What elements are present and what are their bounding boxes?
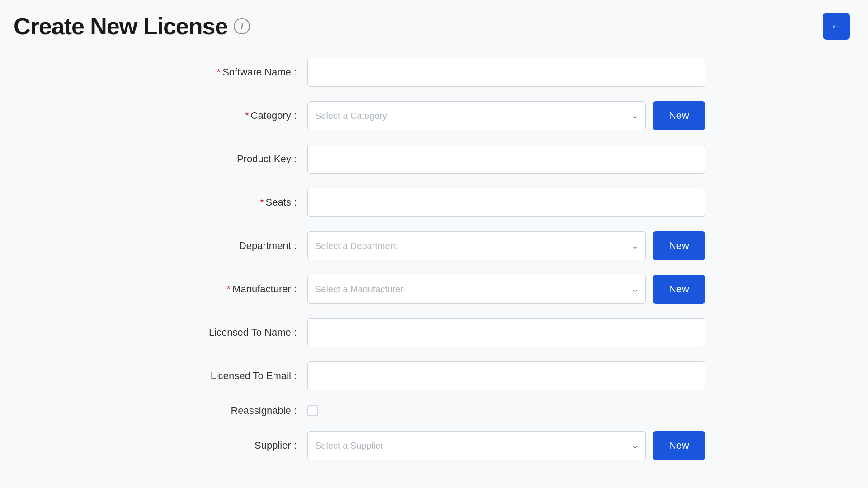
product-key-label: Product Key : [163, 153, 307, 165]
form-container: *Software Name : *Category : Select a Ca… [72, 49, 796, 488]
department-new-button[interactable]: New [653, 231, 705, 260]
department-label: Department : [163, 240, 307, 252]
seats-number-wrapper [307, 188, 705, 217]
reassignable-row: Reassignable : [163, 405, 705, 417]
supplier-row: Supplier : Select a Supplier ⌄ New [163, 431, 705, 460]
licensed-to-name-row: Licensed To Name : [163, 318, 705, 347]
page-title-area: Create New License i [14, 13, 250, 40]
back-arrow-icon: ← [830, 20, 842, 32]
department-select-wrapper: Select a Department ⌄ [307, 231, 646, 260]
page-title: Create New License [14, 13, 227, 40]
info-icon[interactable]: i [234, 18, 250, 34]
seats-input[interactable] [307, 188, 705, 217]
seats-label: *Seats : [163, 197, 307, 208]
product-key-input[interactable] [307, 145, 705, 174]
category-select-wrapper: Select a Category ⌄ [307, 101, 646, 130]
category-row: *Category : Select a Category ⌄ New [163, 101, 705, 130]
department-row: Department : Select a Department ⌄ New [163, 231, 705, 260]
software-name-input[interactable] [307, 58, 705, 87]
category-new-button[interactable]: New [653, 101, 705, 130]
manufacturer-select-wrapper: Select a Manufacturer ⌄ [307, 275, 646, 304]
department-select[interactable]: Select a Department [307, 231, 646, 260]
required-star: * [227, 283, 231, 295]
back-button[interactable]: ← [823, 13, 850, 40]
page-header: Create New License i ← [0, 0, 868, 49]
category-label: *Category : [163, 110, 307, 122]
category-select[interactable]: Select a Category [307, 101, 646, 130]
licensed-to-email-label: Licensed To Email : [163, 370, 307, 382]
licensed-to-name-label: Licensed To Name : [163, 327, 307, 338]
manufacturer-select[interactable]: Select a Manufacturer [307, 275, 646, 304]
required-star: * [217, 66, 221, 78]
info-icon-label: i [241, 22, 243, 31]
reassignable-checkbox-wrapper [307, 405, 318, 416]
reassignable-label: Reassignable : [163, 405, 307, 417]
manufacturer-new-button[interactable]: New [653, 275, 705, 304]
required-star: * [245, 110, 249, 121]
product-key-row: Product Key : [163, 145, 705, 174]
licensed-to-email-input[interactable] [307, 361, 705, 390]
supplier-label: Supplier : [163, 440, 307, 451]
manufacturer-label: *Manufacturer : [163, 283, 307, 295]
software-name-row: *Software Name : [163, 58, 705, 87]
supplier-select[interactable]: Select a Supplier [307, 431, 646, 460]
reassignable-checkbox[interactable] [307, 405, 318, 416]
seats-row: *Seats : [163, 188, 705, 217]
licensed-to-email-row: Licensed To Email : [163, 361, 705, 390]
required-star: * [260, 197, 264, 208]
software-name-label: *Software Name : [163, 66, 307, 78]
supplier-new-button[interactable]: New [653, 431, 705, 460]
licensed-to-name-input[interactable] [307, 318, 705, 347]
manufacturer-row: *Manufacturer : Select a Manufacturer ⌄ … [163, 275, 705, 304]
supplier-select-wrapper: Select a Supplier ⌄ [307, 431, 646, 460]
